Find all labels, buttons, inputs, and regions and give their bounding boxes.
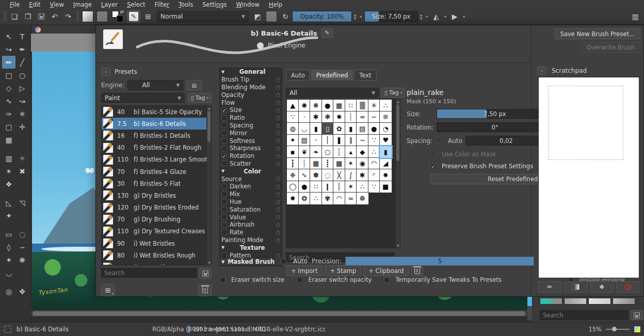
preset-row[interactable]: 120g) Dry Bristles Eroded (102, 202, 211, 214)
preset-row[interactable]: 130g) Dry Bristles (102, 189, 211, 201)
preset-row[interactable]: 90i) Wet Bristles (102, 237, 211, 249)
footer-check-temporarily-save-tweaks-to-presets[interactable]: Temporarily Save Tweaks To Presets (384, 276, 502, 283)
option-scatter[interactable]: Scatter (220, 160, 282, 168)
collapse-scratchpad-icon[interactable]: ‹ (537, 67, 546, 75)
option-rotation[interactable]: Rotation (220, 152, 282, 160)
smart-patch-tool[interactable]: ✖ (15, 165, 29, 178)
brush-tip-cell[interactable]: ❊ (380, 111, 392, 123)
calligraphy-tool[interactable]: ✒ (15, 43, 29, 56)
wrap-around-icon[interactable]: ▶ (448, 10, 461, 23)
docker-scrollbar-thumb[interactable] (527, 297, 532, 306)
brush-tip-cell[interactable]: ❃ (322, 111, 334, 123)
option-checkbox[interactable] (221, 107, 227, 113)
polygonal-selection-tool[interactable]: ◊ (2, 241, 15, 253)
gradient-fill-icon[interactable] (564, 281, 587, 293)
color-sampler-tool[interactable]: ✧ (15, 152, 29, 165)
option-checkbox[interactable] (221, 161, 227, 166)
freehand-selection-tool[interactable]: ∽ (15, 241, 29, 253)
brush-tip-cell[interactable]: ✾ (322, 193, 334, 204)
brush-tip-cell[interactable]: ∵ (368, 135, 380, 147)
import-tip-button[interactable]: + Import (286, 265, 323, 276)
preset-row[interactable]: 110f) Bristles-3 Large Smooth (102, 154, 211, 166)
option-rate[interactable]: Rate (220, 229, 282, 236)
option-checkbox[interactable] (221, 153, 227, 159)
clear-scratchpad-icon[interactable] (616, 281, 639, 293)
option-airbrush[interactable]: Airbrush (220, 221, 282, 229)
brush-tip-cell[interactable]: ✱ (310, 111, 322, 123)
show-brush-editor-icon[interactable]: ▥ (629, 10, 642, 23)
brush-tip-cell[interactable]: ≈ (345, 193, 357, 204)
opacity-slider[interactable]: Opacity: 100% (292, 11, 352, 22)
hscrollbar-thumb[interactable] (33, 311, 525, 316)
preset-display-mode-icon[interactable]: ▤▾ (186, 80, 202, 90)
brush-tip-cell[interactable]: ▦ (310, 158, 322, 170)
bezier-selection-tool[interactable]: ◡ (2, 266, 15, 279)
save-search-as-tag-icon[interactable] (199, 268, 212, 279)
measure-tool[interactable]: ◺ (2, 196, 15, 209)
brush-tip-cell[interactable]: ∵ (368, 181, 380, 193)
overwrite-brush-button[interactable]: Overwrite Brush (581, 42, 640, 53)
brush-tip-cell[interactable]: ∵ (287, 111, 299, 123)
delete-tip-button[interactable] (411, 265, 423, 276)
brush-tip-cell[interactable]: ◠ (333, 193, 345, 204)
zoom-slider-thumb[interactable] (612, 327, 617, 331)
brush-tip-cell[interactable]: ✴ (345, 158, 357, 170)
tab-predefined[interactable]: Predefined (311, 70, 353, 81)
size-spinner[interactable]: ▲▼ (418, 11, 424, 22)
brush-tip-cell[interactable]: ▨ (299, 135, 311, 147)
brush-tip-cell[interactable]: ∴ (310, 193, 322, 204)
brush-tip-cell[interactable]: ✽ (310, 169, 322, 181)
multibrush-tool[interactable]: ✳ (15, 107, 29, 120)
stamp-tip-button[interactable]: + Stamp (325, 265, 361, 276)
workspace-grid-icon[interactable]: ⊞ (141, 10, 155, 23)
edit-shapes-tool[interactable]: ↪ (2, 43, 15, 56)
preset-row[interactable]: 110g) Dry Textured Creases (102, 226, 211, 237)
brush-tip-cell[interactable]: ▮ (380, 146, 392, 158)
wrap-dropdown-icon[interactable]: ▾ (461, 14, 466, 19)
line-tool[interactable]: ╱ (15, 56, 29, 69)
mirror-dropdown-icon[interactable]: ▾ (443, 14, 448, 19)
brush-tip-cell[interactable]: ✹ (287, 193, 299, 204)
tab-auto[interactable]: Auto (286, 70, 310, 81)
brush-tip-cell[interactable]: ◌ (322, 169, 334, 181)
rectangular-selection-tool[interactable]: ▭ (2, 228, 15, 241)
brush-tip-cell[interactable]: ▮ (310, 123, 322, 135)
brush-tip-cell[interactable]: ✺ (299, 100, 311, 111)
gradient-swatch[interactable] (82, 11, 93, 22)
preserve-settings-checkbox[interactable] (430, 164, 436, 169)
save-icon[interactable] (35, 10, 48, 23)
brush-tip-cell[interactable]: ✱ (357, 169, 368, 181)
option-checkbox[interactable] (221, 214, 227, 220)
preset-row[interactable]: 7.5b) Basic-6 Details (102, 118, 211, 130)
swap-colors-icon[interactable]: ⇄ (120, 9, 124, 14)
brush-tip-cell[interactable]: ∷ (345, 100, 357, 111)
document-tab[interactable] (32, 25, 97, 34)
tip-tag-button[interactable]: ▯ Tag ▾ (381, 88, 405, 98)
opacity-spinner[interactable]: ▲▼ (352, 11, 358, 22)
brush-tip-cell[interactable]: ▴ (345, 146, 357, 158)
brush-tip-cell[interactable]: ◯ (287, 181, 299, 193)
preset-list-scrollbar[interactable]: ▲ ▼ (206, 106, 211, 265)
blending-mode-select[interactable]: Normal ▼ (157, 11, 249, 22)
preset-row[interactable]: 70f) Bristles-4 Glaze (102, 166, 211, 178)
option-size[interactable]: Size (220, 106, 282, 114)
brush-tip-cell[interactable]: ✳ (368, 100, 380, 111)
eraser-icon[interactable]: ◩ (251, 10, 264, 23)
menu-item-tools[interactable]: Tools (174, 1, 198, 8)
brush-tip-cell[interactable]: ∫ (345, 169, 357, 181)
size-dropdown-icon[interactable]: ▾ (424, 14, 429, 19)
preset-search-input[interactable]: Search (101, 268, 197, 278)
scroll-down-icon[interactable]: ▼ (207, 260, 212, 265)
brush-tip-cell[interactable]: ∥ (345, 135, 357, 147)
brush-editor-icon[interactable]: ✎ (127, 10, 140, 23)
brush-tip-cell[interactable]: ◠ (368, 158, 380, 170)
scrollbar-thumb[interactable] (207, 111, 211, 142)
brush-tip-cell[interactable]: ❉ (287, 169, 299, 181)
brush-tip-cell[interactable]: ◦ (310, 135, 322, 147)
save-new-preset-button[interactable]: Save New Brush Preset... (555, 28, 640, 39)
option-checkbox[interactable] (221, 222, 227, 228)
option-sharpness[interactable]: Sharpness (220, 145, 282, 152)
brush-tip-cell[interactable]: ❦ (299, 146, 311, 158)
paint-brush-icon[interactable]: ✏ (538, 281, 561, 293)
preset-row[interactable]: 40f) Bristles-2 Flat Rough (102, 142, 211, 154)
